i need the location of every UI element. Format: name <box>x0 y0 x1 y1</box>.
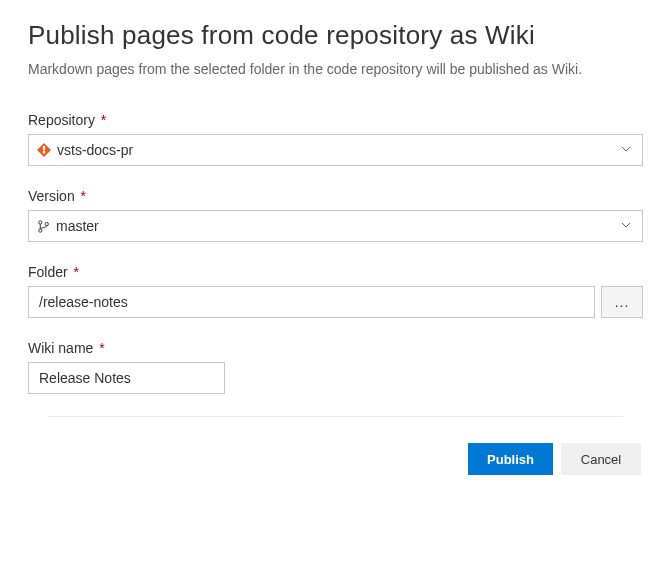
required-indicator: * <box>99 340 104 356</box>
cancel-button[interactable]: Cancel <box>561 443 641 475</box>
required-indicator: * <box>81 188 86 204</box>
wiki-name-field-group: Wiki name * <box>28 340 643 394</box>
folder-input[interactable] <box>28 286 595 318</box>
wiki-name-input[interactable] <box>28 362 225 394</box>
wiki-name-label-text: Wiki name <box>28 340 93 356</box>
repository-dropdown[interactable]: vsts-docs-pr <box>28 134 643 166</box>
git-repo-icon <box>37 143 51 157</box>
publish-button[interactable]: Publish <box>468 443 553 475</box>
folder-label-text: Folder <box>28 264 68 280</box>
browse-folder-button[interactable]: ... <box>601 286 643 318</box>
required-indicator: * <box>101 112 106 128</box>
svg-point-4 <box>39 228 42 231</box>
version-label: Version * <box>28 188 643 204</box>
svg-point-5 <box>45 222 48 225</box>
folder-label: Folder * <box>28 264 643 280</box>
folder-field-group: Folder * ... <box>28 264 643 318</box>
version-dropdown[interactable]: master <box>28 210 643 242</box>
required-indicator: * <box>74 264 79 280</box>
chevron-down-icon <box>620 141 632 159</box>
repository-value: vsts-docs-pr <box>57 142 133 158</box>
page-title: Publish pages from code repository as Wi… <box>28 20 643 51</box>
chevron-down-icon <box>620 217 632 235</box>
version-field-group: Version * master <box>28 188 643 242</box>
page-subtitle: Markdown pages from the selected folder … <box>28 59 643 80</box>
repository-label: Repository * <box>28 112 643 128</box>
branch-icon <box>37 220 50 233</box>
repository-field-group: Repository * vsts-docs-pr <box>28 112 643 166</box>
wiki-name-label: Wiki name * <box>28 340 643 356</box>
version-label-text: Version <box>28 188 75 204</box>
svg-rect-2 <box>43 147 44 151</box>
action-row: Publish Cancel <box>28 443 643 475</box>
divider <box>48 416 623 417</box>
version-value: master <box>56 218 99 234</box>
svg-point-3 <box>39 220 42 223</box>
repository-label-text: Repository <box>28 112 95 128</box>
